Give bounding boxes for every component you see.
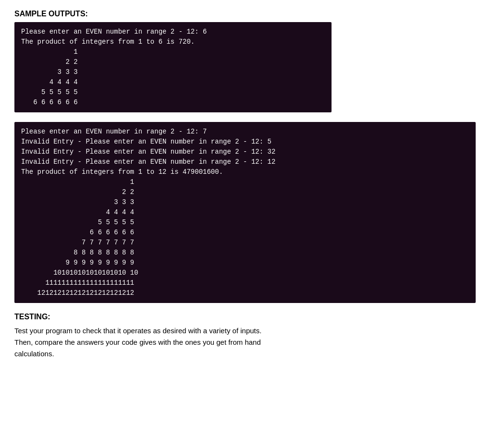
- sample-outputs-title: SAMPLE OUTPUTS:: [14, 10, 478, 18]
- testing-line-2: Then, compare the answers your code give…: [14, 338, 261, 346]
- testing-line-3: calculations.: [14, 350, 54, 358]
- terminal-output-2: Please enter an EVEN number in range 2 -…: [14, 122, 476, 303]
- terminal-output-1: Please enter an EVEN number in range 2 -…: [14, 22, 332, 112]
- testing-text: Test your program to check that it opera…: [14, 325, 476, 360]
- sample-outputs-section: SAMPLE OUTPUTS: Please enter an EVEN num…: [14, 10, 478, 303]
- testing-section: TESTING: Test your program to check that…: [14, 313, 478, 360]
- testing-line-1: Test your program to check that it opera…: [14, 327, 261, 335]
- testing-title: TESTING:: [14, 313, 478, 321]
